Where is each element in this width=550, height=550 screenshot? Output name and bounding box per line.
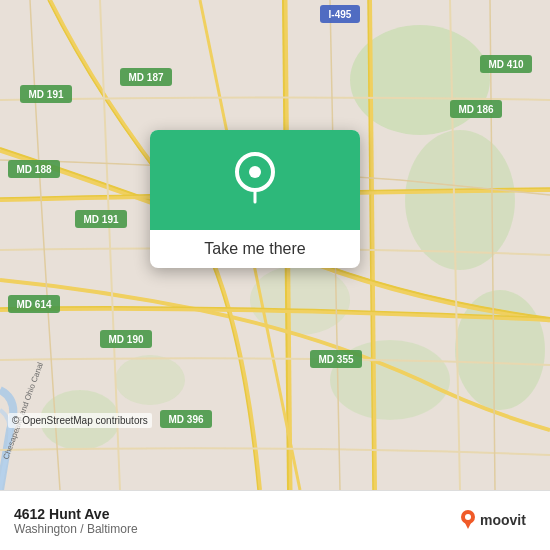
map-container: MD 191 MD 187 MD 188 MD 191 MD 186 MD 41…: [0, 0, 550, 490]
address-line: 4612 Hunt Ave: [14, 506, 138, 522]
bottom-bar: 4612 Hunt Ave Washington / Baltimore moo…: [0, 490, 550, 550]
svg-text:MD 190: MD 190: [108, 334, 143, 345]
popup-top-section: [150, 130, 360, 230]
moovit-logo-icon: moovit: [456, 507, 536, 535]
svg-text:MD 614: MD 614: [16, 299, 51, 310]
svg-text:MD 410: MD 410: [488, 59, 523, 70]
svg-point-2: [405, 130, 515, 270]
svg-point-34: [249, 166, 261, 178]
osm-credit: © OpenStreetMap contributors: [8, 413, 152, 428]
address-info: 4612 Hunt Ave Washington / Baltimore: [14, 506, 138, 536]
popup-card[interactable]: Take me there: [150, 130, 360, 268]
svg-point-6: [115, 355, 185, 405]
svg-text:MD 188: MD 188: [16, 164, 51, 175]
svg-text:MD 186: MD 186: [458, 104, 493, 115]
svg-text:MD 396: MD 396: [168, 414, 203, 425]
location-pin-icon: [230, 150, 280, 210]
moovit-logo[interactable]: moovit: [456, 507, 536, 535]
svg-text:MD 191: MD 191: [83, 214, 118, 225]
svg-text:moovit: moovit: [480, 512, 526, 528]
city-line: Washington / Baltimore: [14, 522, 138, 536]
svg-point-38: [465, 514, 471, 520]
svg-text:I-495: I-495: [329, 9, 352, 20]
svg-text:MD 187: MD 187: [128, 72, 163, 83]
svg-text:MD 355: MD 355: [318, 354, 353, 365]
popup-label[interactable]: Take me there: [150, 230, 360, 268]
svg-text:MD 191: MD 191: [28, 89, 63, 100]
svg-marker-37: [463, 519, 473, 529]
